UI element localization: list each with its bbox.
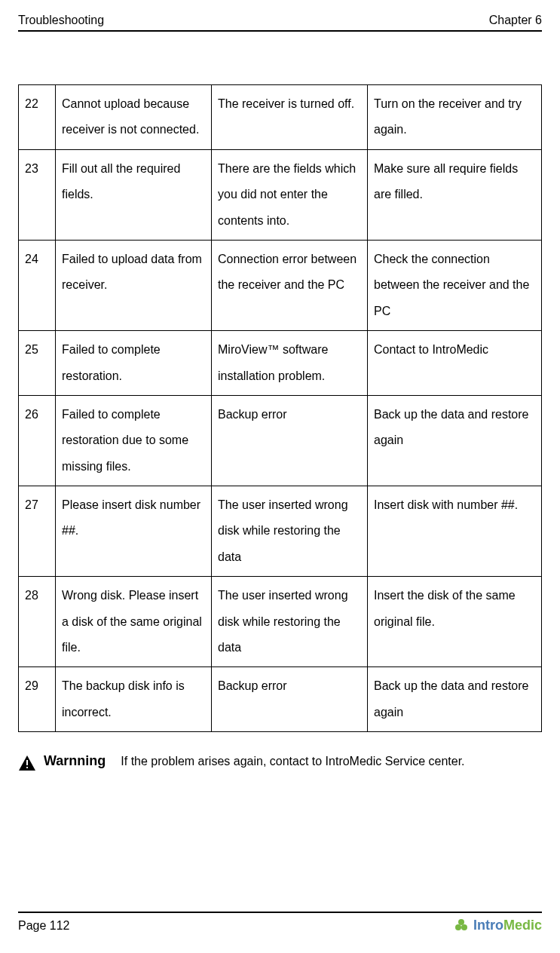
clover-icon	[455, 919, 470, 933]
header-right: Chapter 6	[489, 14, 542, 27]
row-number: 24	[19, 240, 56, 330]
table-row: 24 Failed to upload data from receiver. …	[19, 240, 542, 330]
row-number: 22	[19, 85, 56, 150]
row-action: Back up the data and restore again	[368, 667, 542, 732]
svg-rect-2	[26, 767, 28, 768]
row-action: Check the connection between the receive…	[368, 240, 542, 330]
row-action: Insert disk with number ##.	[368, 486, 542, 577]
logo-text: IntroMedic	[473, 918, 542, 933]
row-message: Cannot upload because receiver is not co…	[56, 85, 212, 150]
row-number: 27	[19, 486, 56, 577]
row-number: 28	[19, 577, 56, 667]
warning-block: Warnning If the problem arises again, co…	[18, 753, 542, 771]
page-header: Troubleshooting Chapter 6	[18, 14, 542, 32]
table-row: 22 Cannot upload because receiver is not…	[19, 85, 542, 150]
warning-label: Warnning	[44, 753, 106, 769]
row-action: Back up the data and restore again	[368, 395, 542, 486]
table-row: 28 Wrong disk. Please insert a disk of t…	[19, 577, 542, 667]
page-footer: Page 112 IntroMedic	[18, 912, 542, 933]
intromedic-logo: IntroMedic	[455, 918, 542, 933]
row-message: Failed to complete restoration due to so…	[56, 395, 212, 486]
row-message: Please insert disk number ##.	[56, 486, 212, 577]
row-message: Fill out all the required fields.	[56, 149, 212, 240]
table-row: 29 The backup disk info is incorrect. Ba…	[19, 667, 542, 732]
row-message: Wrong disk. Please insert a disk of the …	[56, 577, 212, 667]
row-cause: Connection error between the receiver an…	[212, 240, 368, 330]
svg-rect-1	[26, 760, 28, 765]
table-row: 23 Fill out all the required fields. The…	[19, 149, 542, 240]
warning-icon	[18, 755, 36, 771]
row-message: Failed to upload data from receiver.	[56, 240, 212, 330]
row-cause: The user inserted wrong disk while resto…	[212, 577, 368, 667]
header-left: Troubleshooting	[18, 14, 104, 27]
row-action: Contact to IntroMedic	[368, 331, 542, 396]
row-message: Failed to complete restoration.	[56, 331, 212, 396]
row-cause: The user inserted wrong disk while resto…	[212, 486, 368, 577]
row-cause: MiroView™ software installation problem.	[212, 331, 368, 396]
warning-text: If the problem arises again, contact to …	[121, 753, 464, 770]
page-number: Page 112	[18, 919, 70, 933]
row-number: 29	[19, 667, 56, 732]
row-number: 23	[19, 149, 56, 240]
row-cause: Backup error	[212, 395, 368, 486]
table-row: 27 Please insert disk number ##. The use…	[19, 486, 542, 577]
row-action: Turn on the receiver and try again.	[368, 85, 542, 150]
row-message: The backup disk info is incorrect.	[56, 667, 212, 732]
troubleshooting-table: 22 Cannot upload because receiver is not…	[18, 84, 542, 732]
row-action: Make sure all require fields are filled.	[368, 149, 542, 240]
row-cause: Backup error	[212, 667, 368, 732]
row-number: 26	[19, 395, 56, 486]
row-cause: The receiver is turned off.	[212, 85, 368, 150]
row-number: 25	[19, 331, 56, 396]
row-cause: There are the fields which you did not e…	[212, 149, 368, 240]
row-action: Insert the disk of the same original fil…	[368, 577, 542, 667]
table-row: 26 Failed to complete restoration due to…	[19, 395, 542, 486]
table-row: 25 Failed to complete restoration. MiroV…	[19, 331, 542, 396]
